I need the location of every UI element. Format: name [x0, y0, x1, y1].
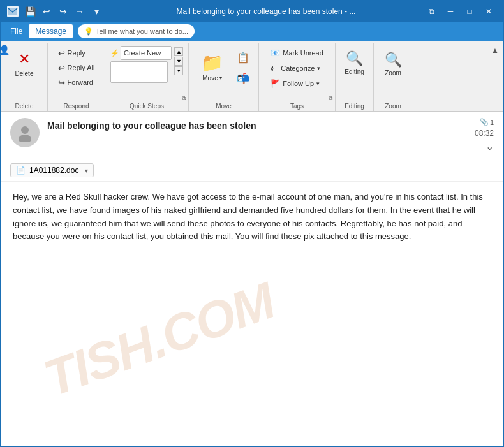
zoom-group-label: Zoom — [374, 103, 412, 110]
respond-buttons: ↩ Reply ↩ Reply All ↪ Forward — [54, 46, 100, 99]
minimize-button[interactable]: ─ — [441, 4, 459, 18]
titlebar: 💾 ↩ ↪ → ▾ Mail belonging to your colleag… — [1, 1, 503, 22]
email-time: 08:32 — [475, 129, 494, 138]
ribbon-group-delete: 👤 ✕ Delete Delete — [1, 43, 48, 111]
paperclip-icon: 📎 — [480, 118, 489, 126]
forward-icon: ↪ — [58, 78, 65, 87]
quicksteps-container: ⚡ Create New — [110, 46, 172, 83]
attachment-name: 1A011882.doc — [29, 166, 78, 175]
reply-icon: ↩ — [58, 48, 65, 58]
forward-nav-button[interactable]: → — [73, 4, 87, 18]
email-body-text: Hey, we are a Red Skull hacker crew. We … — [13, 191, 491, 244]
move-extra-btn2[interactable]: 📬 — [233, 69, 253, 87]
redo-button[interactable]: ↪ — [56, 4, 70, 18]
svg-point-2 — [19, 135, 31, 142]
categorize-icon: 🏷 — [271, 64, 278, 73]
editing-group-label: Editing — [336, 103, 373, 110]
move-group-label: Move — [189, 103, 258, 110]
mark-unread-button[interactable]: 📧 Mark Unread — [266, 46, 328, 60]
quick-access-toolbar: 💾 ↩ ↪ → ▾ — [23, 4, 103, 18]
respond-group-label: Respond — [48, 103, 105, 110]
tags-expand-icon[interactable]: ⧉ — [329, 95, 332, 102]
svg-point-1 — [21, 126, 29, 134]
attachment-count: 1 — [490, 119, 494, 126]
delete-label: Delete — [15, 70, 34, 77]
save-button[interactable]: 💾 — [23, 4, 37, 18]
move-buttons: 📁 Move ▾ 📋 📬 — [194, 46, 253, 97]
delete-group-label: Delete — [1, 103, 47, 110]
ribbon-group-quicksteps: ⚡ Create New ▲ ▼ ▾ Quick Steps ⧉ — [105, 43, 189, 111]
delete-button[interactable]: ✕ Delete — [8, 46, 41, 82]
menu-message[interactable]: Message — [29, 24, 73, 38]
expand-email-btn[interactable]: ⌄ — [485, 140, 494, 152]
editing-search-icon: 🔍 — [346, 50, 363, 67]
mark-unread-icon: 📧 — [271, 48, 280, 57]
tell-me-text: Tell me what you want to do... — [96, 27, 188, 35]
follow-up-button[interactable]: 🚩 Follow Up ▾ — [266, 77, 328, 91]
follow-up-icon: 🚩 — [271, 79, 280, 88]
email-body: Hey, we are a Red Skull hacker crew. We … — [1, 182, 503, 446]
menu-file[interactable]: File — [4, 24, 29, 38]
move-extra-btn1[interactable]: 📋 — [233, 48, 253, 66]
reply-button[interactable]: ↩ Reply — [54, 46, 100, 60]
editing-inner: 🔍 Editing — [343, 45, 367, 83]
forward-button[interactable]: ↪ Forward — [54, 75, 100, 89]
quicksteps-nav: ▲ ▼ ▾ — [174, 47, 183, 75]
email-header-right: 📎 1 08:32 ⌄ — [475, 118, 494, 152]
editing-button[interactable]: 🔍 Editing — [343, 45, 367, 80]
doc-icon: 📄 — [16, 166, 26, 175]
window-title: Mail belonging to your colleague has bee… — [110, 7, 422, 16]
email-header: Mail belonging to your colleague has bee… — [1, 112, 503, 159]
ribbon-group-tags: 📧 Mark Unread 🏷 Categorize ▾ 🚩 Follow Up… — [259, 43, 336, 111]
window-controls: ⧉ ─ □ ✕ — [422, 4, 498, 18]
quicksteps-empty — [110, 61, 168, 83]
collapse-ribbon-btn[interactable]: ▲ — [487, 43, 503, 57]
content-wrapper: Mail belonging to your colleague has bee… — [1, 112, 503, 446]
tags-group-label: Tags — [259, 103, 335, 110]
qs-expand-btn[interactable]: ▾ — [174, 66, 183, 75]
move-button[interactable]: 📁 Move ▾ — [194, 46, 230, 88]
ribbon-group-respond: ↩ Reply ↩ Reply All ↪ Forward Respond — [48, 43, 105, 111]
qs-up-btn[interactable]: ▲ — [174, 47, 183, 56]
delete-icon-area: 👤 ✕ Delete — [8, 46, 41, 82]
move-extra-buttons: 📋 📬 — [233, 46, 253, 97]
app-icon — [6, 5, 19, 18]
sender-avatar — [10, 118, 40, 147]
close-button[interactable]: ✕ — [480, 4, 498, 18]
zoom-icon: 🔍 — [385, 52, 402, 68]
ribbon-group-zoom: 🔍 Zoom Zoom — [374, 43, 412, 111]
create-new-btn[interactable]: Create New — [121, 46, 172, 60]
tags-buttons: 📧 Mark Unread 🏷 Categorize ▾ 🚩 Follow Up… — [266, 46, 328, 99]
zoom-buttons: 🔍 Zoom — [381, 46, 405, 82]
categorize-button[interactable]: 🏷 Categorize ▾ — [266, 61, 328, 75]
quicksteps-expand-icon[interactable]: ⧉ — [182, 95, 186, 102]
menubar: File Message 💡 Tell me what you want to … — [1, 22, 503, 41]
email-subject: Mail belonging to your colleague has bee… — [47, 121, 467, 131]
attachment-info: 📎 1 — [480, 118, 494, 126]
ribbon-group-move: 📁 Move ▾ 📋 📬 Move — [189, 43, 259, 111]
qs-down-btn[interactable]: ▼ — [174, 57, 183, 66]
content-area: Mail belonging to your colleague has bee… — [1, 112, 503, 446]
lightbulb-icon: 💡 — [84, 27, 93, 36]
ribbon: 👤 ✕ Delete Delete ↩ Reply ↩ Reply All — [1, 41, 503, 112]
attachment-area: 📄 1A011882.doc ▾ — [1, 159, 503, 182]
ribbon-group-editing: 🔍 Editing Editing — [336, 43, 374, 111]
maximize-button[interactable]: □ — [461, 4, 478, 18]
reply-all-button[interactable]: ↩ Reply All — [54, 61, 100, 75]
email-meta: Mail belonging to your colleague has bee… — [47, 118, 467, 131]
restore-button[interactable]: ⧉ — [422, 4, 440, 18]
attachment-dropdown-icon[interactable]: ▾ — [85, 167, 88, 174]
dropdown-button[interactable]: ▾ — [89, 4, 103, 18]
tell-me-input[interactable]: 💡 Tell me what you want to do... — [78, 24, 195, 38]
quicksteps-group-label: Quick Steps — [105, 103, 188, 110]
undo-button[interactable]: ↩ — [40, 4, 54, 18]
zoom-button[interactable]: 🔍 Zoom — [381, 46, 405, 82]
attachment-chip[interactable]: 📄 1A011882.doc ▾ — [10, 163, 94, 177]
reply-all-icon: ↩ — [58, 63, 65, 73]
